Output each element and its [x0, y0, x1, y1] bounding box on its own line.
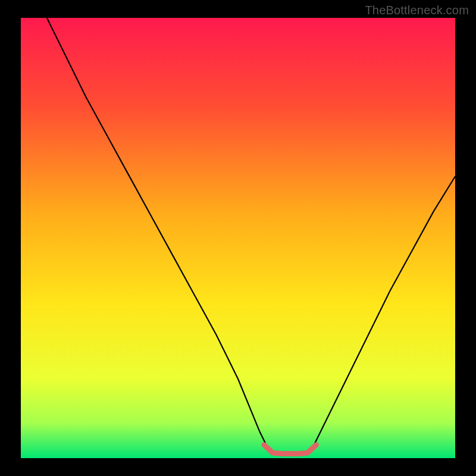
- bottleneck-chart: [0, 0, 476, 476]
- gradient-background: [21, 18, 455, 458]
- watermark-text: TheBottleneck.com: [365, 4, 469, 17]
- chart-frame: TheBottleneck.com: [0, 0, 476, 476]
